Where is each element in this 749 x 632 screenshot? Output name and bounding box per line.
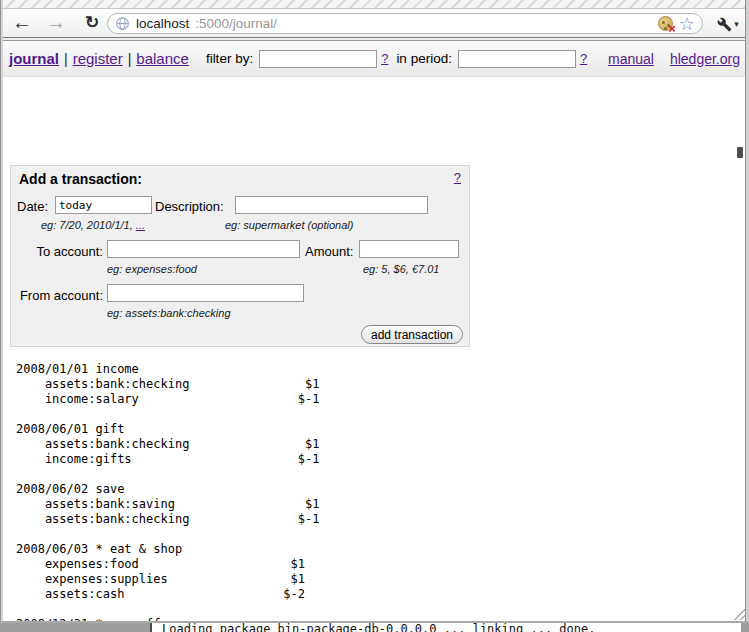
url-path: :5000/journal/ — [195, 16, 277, 31]
bookmark-star-icon[interactable]: ☆ — [679, 16, 695, 32]
nav-separator: | — [128, 51, 132, 67]
date-label: Date: — [17, 199, 48, 214]
filter-by-label: filter by: — [206, 51, 253, 66]
globe-icon — [115, 16, 130, 31]
journal-entries: 2008/01/01 income assets:bank:checking $… — [16, 362, 319, 632]
hledger-org-link[interactable]: hledger.org — [670, 51, 740, 67]
window-frame-left — [0, 0, 3, 623]
window-frame-bottom — [0, 621, 749, 623]
amount-input[interactable] — [359, 240, 459, 258]
description-hint: eg: supermarket (optional) — [225, 219, 353, 231]
to-account-hint: eg: expenses:food — [107, 263, 197, 275]
to-account-input[interactable] — [107, 240, 300, 258]
nav-link-register[interactable]: register — [73, 50, 123, 67]
browser-toolbar: ← → ↻ localhost:5000/journal/ × ☆ ▾ — [0, 9, 749, 38]
screen: ← → ↻ localhost:5000/journal/ × ☆ ▾ — [0, 0, 749, 632]
form-title: Add a transaction: — [19, 171, 142, 187]
window-frame-right — [745, 0, 749, 623]
forward-button[interactable]: → — [44, 9, 68, 37]
app-navbar: journal | register | balance filter by: … — [0, 41, 749, 77]
amount-label: Amount: — [305, 244, 353, 259]
from-account-input[interactable] — [107, 284, 304, 302]
cookie-blocked-icon[interactable]: × — [658, 16, 673, 31]
reload-button[interactable]: ↻ — [80, 9, 104, 37]
form-help-link[interactable]: ? — [454, 170, 461, 185]
period-input[interactable] — [458, 50, 576, 68]
in-period-label: in period: — [396, 51, 452, 66]
scrollbar-thumb[interactable] — [737, 147, 743, 158]
url-bar[interactable]: localhost:5000/journal/ × ☆ — [107, 13, 703, 34]
description-label: Description: — [155, 199, 224, 214]
nav-link-balance[interactable]: balance — [136, 50, 189, 67]
browser-menu-button[interactable]: ▾ — [711, 13, 745, 35]
date-hint-more-link[interactable]: ... — [136, 219, 145, 231]
wrench-icon — [717, 17, 732, 32]
from-account-label: From account: — [11, 288, 103, 303]
nav-separator: | — [64, 51, 68, 67]
date-hint: eg: 7/20, 2010/1/1, ... — [41, 219, 145, 231]
browser-tab-strip — [0, 0, 749, 9]
filter-input[interactable] — [259, 50, 377, 68]
from-account-hint: eg: assets:bank:checking — [107, 307, 231, 319]
terminal-window-edge[interactable]: Loading package bin-package-db-0.0.0.0 .… — [150, 623, 741, 632]
menu-dropdown-arrow: ▾ — [734, 19, 739, 29]
add-transaction-button[interactable]: add transaction — [361, 325, 463, 344]
manual-link[interactable]: manual — [608, 51, 654, 67]
filter-help-link[interactable]: ? — [381, 51, 388, 66]
period-help-link[interactable]: ? — [580, 51, 587, 66]
to-account-label: To account: — [11, 244, 103, 259]
date-input[interactable] — [55, 196, 152, 214]
terminal-output: Loading package bin-package-db-0.0.0.0 .… — [162, 623, 595, 632]
page-content: Add a transaction: ? Date: Description: … — [0, 77, 749, 621]
url-host: localhost — [136, 16, 189, 31]
date-hint-text: eg: 7/20, 2010/1/1, — [41, 219, 136, 231]
description-input[interactable] — [235, 196, 428, 214]
nav-link-journal[interactable]: journal — [9, 50, 59, 67]
amount-hint: eg: 5, $6, €7.01 — [363, 263, 439, 275]
add-transaction-form: Add a transaction: ? Date: Description: … — [10, 165, 470, 347]
back-button[interactable]: ← — [10, 9, 34, 37]
